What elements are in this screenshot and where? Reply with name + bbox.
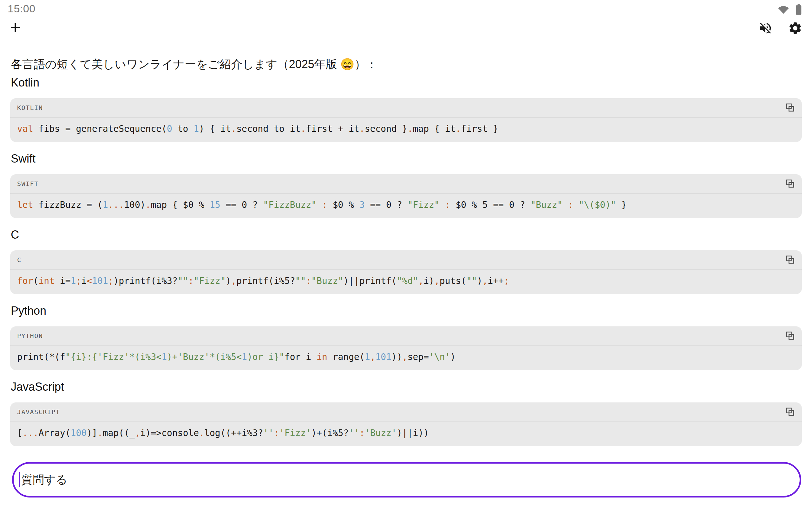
language-heading: Python — [11, 303, 802, 319]
chat-content: 各言語の短くて美しいワンライナーをご紹介します（2025年版 😄）： Kotli… — [0, 56, 812, 446]
code-block-header: KOTLIN — [10, 98, 802, 118]
chat-sections: Kotlin KOTLIN val fibs = generateSequenc… — [10, 75, 802, 446]
code-block: JAVASCRIPT [...Array(100)].map((_,i)=>co… — [10, 402, 802, 446]
language-section: C C for(int i=1;i<101;)printf(i%3?"":"Fi… — [10, 227, 802, 294]
language-heading: Kotlin — [11, 75, 802, 91]
copy-code-button[interactable] — [785, 102, 796, 113]
code-language-label: JAVASCRIPT — [17, 408, 60, 416]
copy-code-button[interactable] — [785, 178, 796, 189]
gear-icon — [788, 21, 803, 36]
copy-code-button[interactable] — [785, 406, 796, 417]
assistant-message-intro: 各言語の短くて美しいワンライナーをご紹介します（2025年版 😄）： — [11, 56, 802, 72]
language-section: Swift SWIFT let fizzBuzz = (1...100).map… — [10, 151, 802, 218]
code-block: KOTLIN val fibs = generateSequence(0 to … — [10, 98, 802, 142]
code-line: let fizzBuzz = (1...100).map { $0 % 15 =… — [10, 194, 802, 218]
plus-icon — [8, 20, 23, 35]
code-block: SWIFT let fizzBuzz = (1...100).map { $0 … — [10, 174, 802, 218]
status-icons — [777, 3, 805, 16]
status-time: 15:00 — [8, 3, 36, 15]
copy-code-button[interactable] — [785, 331, 796, 341]
copy-icon — [785, 185, 796, 190]
question-input-text: 質問する — [20, 472, 67, 488]
code-block: C for(int i=1;i<101;)printf(i%3?"":"Fizz… — [10, 250, 802, 294]
wifi-icon — [777, 3, 790, 16]
code-language-label: KOTLIN — [17, 104, 43, 112]
copy-icon — [785, 109, 796, 114]
language-section: Python PYTHON print(*(f"{i}:{'Fizz'*(i%3… — [10, 303, 802, 370]
code-language-label: PYTHON — [17, 332, 43, 340]
language-heading: Swift — [11, 151, 802, 167]
battery-icon — [792, 3, 805, 16]
code-language-label: C — [17, 256, 21, 264]
copy-code-button[interactable] — [785, 255, 796, 265]
code-block-header: JAVASCRIPT — [10, 402, 802, 422]
toolbar — [0, 16, 812, 40]
language-heading: C — [11, 227, 802, 243]
copy-icon — [785, 262, 796, 266]
language-section: JavaScript JAVASCRIPT [...Array(100)].ma… — [10, 379, 802, 446]
language-heading: JavaScript — [11, 379, 802, 395]
copy-icon — [785, 337, 796, 342]
code-line: for(int i=1;i<101;)printf(i%3?"":"Fizz")… — [10, 270, 802, 294]
code-block: PYTHON print(*(f"{i}:{'Fizz'*(i%3<1)+'Bu… — [10, 326, 802, 370]
status-bar: 15:00 — [0, 0, 812, 16]
code-block-header: PYTHON — [10, 326, 802, 346]
code-block-header: C — [10, 250, 802, 270]
code-language-label: SWIFT — [17, 180, 39, 187]
code-line: val fibs = generateSequence(0 to 1) { it… — [10, 118, 802, 142]
question-input[interactable]: 質問する — [12, 462, 801, 498]
volume-off-icon — [758, 21, 773, 36]
new-chat-button[interactable] — [8, 20, 23, 35]
language-section: Kotlin KOTLIN val fibs = generateSequenc… — [10, 75, 802, 142]
code-line: print(*(f"{i}:{'Fizz'*(i%3<1)+'Buzz'*(i%… — [10, 346, 802, 370]
code-line: [...Array(100)].map((_,i)=>console.log((… — [10, 422, 802, 446]
copy-icon — [785, 413, 796, 418]
code-block-header: SWIFT — [10, 174, 802, 194]
settings-button[interactable] — [788, 21, 803, 36]
mute-button[interactable] — [758, 21, 773, 36]
